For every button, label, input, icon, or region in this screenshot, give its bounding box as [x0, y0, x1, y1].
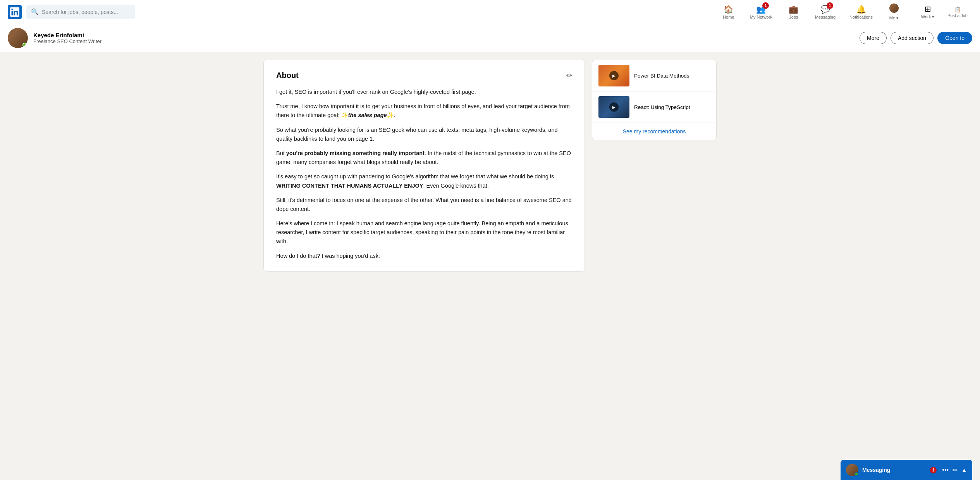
profile-info: Keyede Erinfolami Freelance SEO Content … — [33, 32, 854, 44]
video-thumb-powerbi[interactable]: ▶ — [598, 65, 629, 86]
navbar: 🔍 🏠 Home 👥 1 My Network 💼 Jobs 💬 1 Messa… — [0, 0, 980, 24]
nav-messaging[interactable]: 💬 1 Messaging — [809, 2, 842, 22]
jobs-icon: 💼 — [789, 5, 798, 14]
nav-my-network-label: My Network — [750, 15, 772, 19]
about-p4-before: But — [276, 150, 286, 156]
video-title-powerbi: Power BI Data Methods — [634, 73, 689, 79]
main-layout: About ✏ I get it, SEO is important if yo… — [258, 52, 722, 279]
search-icon: 🔍 — [31, 8, 39, 16]
post-job-icon: 📋 — [954, 6, 961, 12]
linkedin-logo[interactable] — [8, 5, 22, 19]
nav-notifications[interactable]: 🔔 Notifications — [843, 2, 879, 22]
about-paragraph-1: I get it, SEO is important if you'll eve… — [276, 88, 572, 97]
play-icon-react: ▶ — [609, 102, 619, 112]
about-p4-bold: you're probably missing something really… — [286, 150, 425, 156]
my-network-badge: 1 — [762, 2, 769, 9]
my-network-icon: 👥 1 — [756, 5, 766, 14]
messaging-badge: 1 — [827, 2, 833, 9]
nav-me[interactable]: Me ▾ — [880, 1, 908, 23]
nav-notifications-label: Notifications — [849, 15, 873, 19]
search-bar[interactable]: 🔍 — [26, 5, 135, 19]
profile-title: Freelance SEO Content Writer — [33, 38, 854, 44]
about-p5-bold: WRITING CONTENT THAT HUMANS ACTUALLY ENJ… — [276, 183, 423, 189]
nav-post-job-label: Post a Job — [947, 13, 968, 18]
messaging-icon: 💬 1 — [820, 5, 830, 14]
add-section-button[interactable]: Add section — [891, 32, 934, 44]
about-card: About ✏ I get it, SEO is important if yo… — [264, 60, 585, 271]
video-thumb-react[interactable]: ▶ — [598, 96, 629, 118]
work-icon: ⊞ — [925, 4, 931, 14]
sidebar: ▶ Power BI Data Methods ▶ React: Using T… — [592, 60, 716, 271]
nav-my-network[interactable]: 👥 1 My Network — [744, 2, 779, 22]
see-recommendations-link[interactable]: See my recommendations — [592, 123, 716, 140]
profile-name: Keyede Erinfolami — [33, 32, 854, 38]
nav-messaging-label: Messaging — [815, 15, 836, 19]
about-paragraph-3: So what you're probably looking for is a… — [276, 126, 572, 143]
about-p5-after: . Even Google knows that. — [423, 183, 488, 189]
about-p2-highlight: the sales page — [348, 112, 387, 118]
notifications-icon: 🔔 — [856, 5, 866, 14]
about-p2-before: Trust me, I know how important it is to … — [276, 103, 570, 118]
nav-divider — [911, 6, 911, 18]
play-icon-powerbi: ▶ — [609, 71, 619, 80]
about-paragraph-6: Still, it's detrimental to focus on one … — [276, 196, 572, 214]
online-indicator — [22, 43, 27, 47]
video-title-react: React: Using TypeScript — [634, 104, 690, 110]
profile-bar: Keyede Erinfolami Freelance SEO Content … — [0, 24, 980, 52]
nav-home[interactable]: 🏠 Home — [715, 2, 742, 22]
search-input[interactable] — [42, 9, 130, 15]
about-paragraph-2: Trust me, I know how important it is to … — [276, 102, 572, 120]
more-button[interactable]: More — [860, 32, 887, 44]
me-icon — [889, 3, 899, 15]
about-body: I get it, SEO is important if you'll eve… — [276, 88, 572, 261]
video-item-react: ▶ React: Using TypeScript — [592, 92, 716, 123]
about-paragraph-4: But you're probably missing something re… — [276, 149, 572, 167]
home-icon: 🏠 — [724, 5, 733, 14]
edit-about-icon[interactable]: ✏ — [566, 71, 572, 80]
about-p2-after: ✨. — [387, 112, 395, 118]
nav-items: 🏠 Home 👥 1 My Network 💼 Jobs 💬 1 Messagi… — [715, 1, 972, 23]
nav-post-job[interactable]: 📋 Post a Job — [943, 4, 972, 20]
nav-me-label: Me ▾ — [889, 16, 899, 21]
video-item-powerbi: ▶ Power BI Data Methods — [592, 60, 716, 92]
recommendations-card: ▶ Power BI Data Methods ▶ React: Using T… — [592, 60, 716, 140]
about-p5-before: It's easy to get so caught up with pande… — [276, 173, 554, 180]
open-to-button[interactable]: Open to — [937, 32, 972, 44]
nav-jobs-label: Jobs — [789, 15, 798, 19]
nav-home-label: Home — [723, 15, 734, 19]
about-paragraph-7: Here's where I come in: I speak human an… — [276, 219, 572, 246]
about-paragraph-5: It's easy to get so caught up with pande… — [276, 172, 572, 190]
nav-jobs[interactable]: 💼 Jobs — [780, 2, 807, 22]
profile-actions: More Add section Open to — [860, 32, 972, 44]
avatar — [8, 28, 28, 48]
nav-work-label: Work ▾ — [921, 14, 935, 19]
about-header: About ✏ — [276, 71, 572, 80]
about-paragraph-8: How do I do that? I was hoping you'd ask… — [276, 252, 572, 261]
nav-work[interactable]: ⊞ Work ▾ — [914, 2, 941, 22]
about-title: About — [276, 71, 299, 80]
